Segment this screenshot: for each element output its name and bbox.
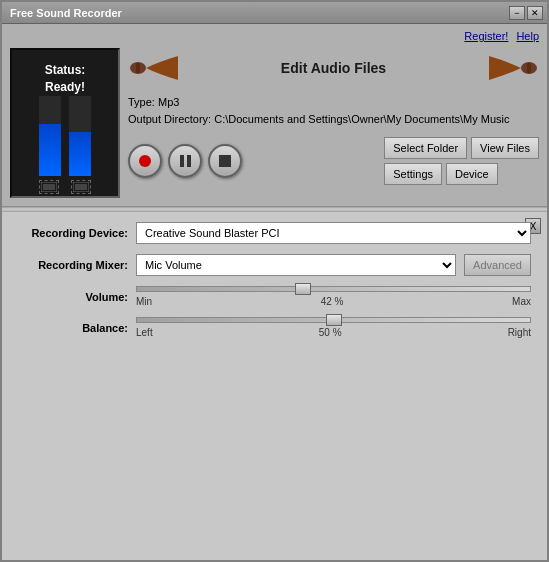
output-value: C:\Documents and Settings\Owner\My Docum… bbox=[214, 113, 509, 125]
vu-icon-left bbox=[39, 180, 59, 194]
vu-bar-right bbox=[69, 96, 91, 176]
title-bar-buttons: − ✕ bbox=[509, 6, 543, 20]
status-label: Status: bbox=[45, 62, 86, 79]
minimize-button[interactable]: − bbox=[509, 6, 525, 20]
pause-bar-2 bbox=[187, 155, 191, 167]
device-button[interactable]: Device bbox=[446, 163, 498, 185]
balance-value-label: 50 % bbox=[319, 327, 342, 338]
volume-min-label: Min bbox=[136, 296, 152, 307]
record-icon bbox=[139, 155, 151, 167]
bottom-section: X Recording Device: Creative Sound Blast… bbox=[2, 212, 547, 560]
recording-mixer-label: Recording Mixer: bbox=[18, 259, 128, 271]
file-type-line: Type: Mp3 bbox=[128, 94, 539, 111]
record-button[interactable] bbox=[128, 144, 162, 178]
vu-bottom-icons bbox=[39, 180, 91, 194]
balance-right-label: Right bbox=[508, 327, 531, 338]
balance-row: Balance: Left 50 % Right bbox=[18, 317, 531, 338]
vu-bar-left bbox=[39, 96, 61, 176]
balance-label: Balance: bbox=[18, 322, 128, 334]
type-label: Type: bbox=[128, 96, 155, 108]
vu-bars bbox=[39, 96, 91, 176]
stop-icon bbox=[219, 155, 231, 167]
volume-max-label: Max bbox=[512, 296, 531, 307]
action-buttons: Select Folder View Files Settings Device bbox=[384, 137, 539, 185]
main-window: Free Sound Recorder − ✕ Register! Help S… bbox=[0, 0, 549, 562]
recording-device-label: Recording Device: bbox=[18, 227, 128, 239]
top-section: Register! Help Status: Ready! bbox=[2, 24, 547, 206]
vu-bar-left-fill bbox=[39, 124, 61, 176]
close-button[interactable]: ✕ bbox=[527, 6, 543, 20]
volume-row: Volume: Min 42 % Max bbox=[18, 286, 531, 307]
volume-slider-container: Min 42 % Max bbox=[136, 286, 531, 307]
recording-mixer-row: Recording Mixer: Mic Volume Advanced bbox=[18, 254, 531, 276]
title-bar: Free Sound Recorder − ✕ bbox=[2, 2, 547, 24]
right-panel: Edit Audio Files Type: Mp3 bbox=[128, 48, 539, 185]
status-value: Ready! bbox=[45, 79, 86, 96]
recording-device-select-wrapper: Creative Sound Blaster PCI bbox=[136, 222, 531, 244]
main-content: Status: Ready! bbox=[10, 48, 539, 198]
recording-mixer-select[interactable]: Mic Volume bbox=[136, 254, 456, 276]
action-btn-row-1: Select Folder View Files bbox=[384, 137, 539, 159]
controls-row: Select Folder View Files Settings Device bbox=[128, 137, 539, 185]
right-horn-icon bbox=[484, 48, 539, 88]
balance-left-label: Left bbox=[136, 327, 153, 338]
status-display: Status: Ready! bbox=[45, 62, 86, 96]
view-files-button[interactable]: View Files bbox=[471, 137, 539, 159]
settings-button[interactable]: Settings bbox=[384, 163, 442, 185]
window-title: Free Sound Recorder bbox=[6, 7, 122, 19]
recording-mixer-select-wrapper: Mic Volume bbox=[136, 254, 456, 276]
pause-button[interactable] bbox=[168, 144, 202, 178]
volume-slider-labels: Min 42 % Max bbox=[136, 296, 531, 307]
volume-label: Volume: bbox=[18, 291, 128, 303]
pause-icon bbox=[180, 155, 191, 167]
horn-title-row: Edit Audio Files bbox=[128, 48, 539, 88]
transport-buttons bbox=[128, 144, 242, 178]
balance-slider[interactable] bbox=[136, 317, 531, 323]
select-folder-button[interactable]: Select Folder bbox=[384, 137, 467, 159]
balance-slider-container: Left 50 % Right bbox=[136, 317, 531, 338]
vu-icon-right bbox=[71, 180, 91, 194]
vu-meter-panel: Status: Ready! bbox=[10, 48, 120, 198]
balance-slider-labels: Left 50 % Right bbox=[136, 327, 531, 338]
pause-bar-1 bbox=[180, 155, 184, 167]
svg-rect-3 bbox=[75, 184, 87, 190]
recording-device-row: Recording Device: Creative Sound Blaster… bbox=[18, 222, 531, 244]
vu-bar-right-fill bbox=[69, 132, 91, 176]
menu-bar: Register! Help bbox=[10, 28, 539, 44]
volume-value-label: 42 % bbox=[321, 296, 344, 307]
advanced-button[interactable]: Advanced bbox=[464, 254, 531, 276]
edit-audio-title: Edit Audio Files bbox=[189, 60, 478, 76]
stop-button[interactable] bbox=[208, 144, 242, 178]
type-value: Mp3 bbox=[158, 96, 179, 108]
action-btn-row-2: Settings Device bbox=[384, 163, 539, 185]
output-dir-line: Output Directory: C:\Documents and Setti… bbox=[128, 111, 539, 128]
volume-slider[interactable] bbox=[136, 286, 531, 292]
file-info: Type: Mp3 Output Directory: C:\Documents… bbox=[128, 94, 539, 127]
recording-device-select[interactable]: Creative Sound Blaster PCI bbox=[136, 222, 531, 244]
register-link[interactable]: Register! bbox=[464, 30, 508, 42]
help-link[interactable]: Help bbox=[516, 30, 539, 42]
left-horn-icon bbox=[128, 48, 183, 88]
svg-rect-1 bbox=[43, 184, 55, 190]
output-label: Output Directory: bbox=[128, 113, 211, 125]
